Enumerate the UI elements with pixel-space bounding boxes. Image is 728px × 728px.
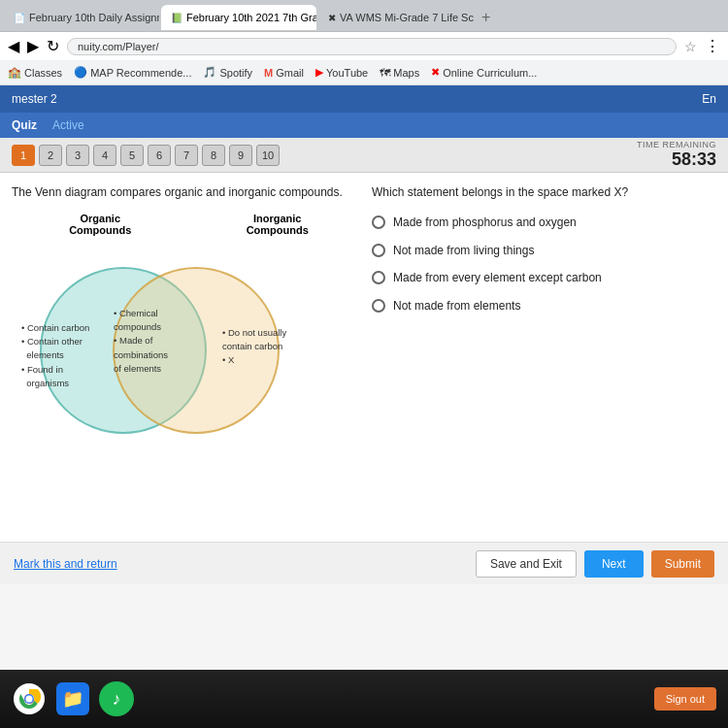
nav-num-7[interactable]: 7 xyxy=(175,145,198,166)
venn-left-text: • Contain carbon • Contain other element… xyxy=(21,321,99,390)
next-button[interactable]: Next xyxy=(584,550,644,578)
refresh-icon[interactable]: ↻ xyxy=(47,37,59,55)
nav-numbers: 1 2 3 4 5 6 7 8 9 10 xyxy=(12,145,280,166)
time-remaining: TIME REMAINING 58:33 xyxy=(637,140,716,170)
radio-b[interactable] xyxy=(372,244,385,257)
answer-choice-b[interactable]: Not made from living things xyxy=(372,243,716,259)
curriculum-icon: ✖ xyxy=(431,66,440,79)
quiz-type-label: Quiz xyxy=(12,118,37,132)
bookmark-gmail[interactable]: M Gmail xyxy=(264,67,304,79)
bottom-buttons: Save and Exit Next Submit xyxy=(476,550,714,578)
left-panel: The Venn diagram compares organic and in… xyxy=(12,184,356,530)
tab3-icon: ✖ xyxy=(328,13,336,23)
quiz-app: mester 2 En Quiz Active 1 2 3 4 5 6 7 8 … xyxy=(0,85,728,670)
tab-3[interactable]: ✖ VA WMS Mi-Grade 7 Life Science... ✕ xyxy=(318,5,474,30)
venn-center-text: • Chemicalcompounds • Made ofcombination… xyxy=(114,307,191,376)
answer-choice-d[interactable]: Not made from elements xyxy=(372,298,716,314)
address-input[interactable] xyxy=(67,38,677,55)
nav-num-3[interactable]: 3 xyxy=(66,145,89,166)
organic-label: OrganicCompounds xyxy=(56,213,144,236)
nav-num-2[interactable]: 2 xyxy=(39,145,62,166)
semester-label: mester 2 xyxy=(12,92,57,106)
maps-icon: 🗺 xyxy=(380,67,390,79)
svg-point-4 xyxy=(26,696,33,703)
venn-diagram: • Contain carbon • Contain other element… xyxy=(12,244,303,467)
back-icon[interactable]: ◀ xyxy=(8,37,19,55)
mark-return-link[interactable]: Mark this and return xyxy=(14,557,117,571)
tab1-icon: 📄 xyxy=(14,13,25,23)
tab-2[interactable]: 📗 February 10th 2021 7th Grade... ✕ xyxy=(161,5,316,30)
tab-bar: 📄 February 10th Daily Assignment ✕ 📗 Feb… xyxy=(0,0,728,31)
chrome-taskbar-icon[interactable] xyxy=(12,681,47,716)
end-label: En xyxy=(702,92,716,106)
question-prompt: Which statement belongs in the space mar… xyxy=(372,184,716,201)
bookmark-youtube[interactable]: ▶ YouTube xyxy=(315,66,368,79)
nav-num-1[interactable]: 1 xyxy=(12,145,35,166)
radio-c[interactable] xyxy=(372,271,385,284)
taskbar-icons: 📁 ♪ xyxy=(12,681,134,716)
bookmarks-bar: 🏫 Classes 🔵 MAP Recommende... 🎵 Spotify … xyxy=(0,60,728,85)
bookmark-maps[interactable]: 🗺 Maps xyxy=(380,67,419,79)
question-area: The Venn diagram compares organic and in… xyxy=(0,173,728,542)
nav-num-8[interactable]: 8 xyxy=(202,145,225,166)
nav-num-5[interactable]: 5 xyxy=(120,145,144,166)
nav-num-4[interactable]: 4 xyxy=(93,145,116,166)
venn-right-text: • Do not usuallycontain carbon • X xyxy=(222,326,295,368)
save-exit-button[interactable]: Save and Exit xyxy=(476,550,577,578)
youtube-icon: ▶ xyxy=(315,66,323,79)
tab2-icon: 📗 xyxy=(171,13,182,23)
choice-b-text: Not made from living things xyxy=(393,243,534,259)
quiz-status-label: Active xyxy=(52,118,84,132)
map-rec-icon: 🔵 xyxy=(74,66,87,79)
new-tab-button[interactable]: + xyxy=(476,9,496,26)
nav-num-10[interactable]: 10 xyxy=(256,145,280,166)
menu-icon[interactable]: ⋮ xyxy=(705,37,720,55)
sign-out-button[interactable]: Sign out xyxy=(654,687,716,711)
bookmark-classes[interactable]: 🏫 Classes xyxy=(8,66,62,79)
nav-num-9[interactable]: 9 xyxy=(229,145,252,166)
radio-a[interactable] xyxy=(372,215,385,229)
files-taskbar-icon[interactable]: 📁 xyxy=(56,682,89,715)
radio-d[interactable] xyxy=(372,299,385,313)
bookmark-spotify[interactable]: 🎵 Spotify xyxy=(203,66,252,79)
answer-choice-c[interactable]: Made from every element except carbon xyxy=(372,270,716,286)
choice-d-text: Not made from elements xyxy=(393,298,520,314)
nav-num-6[interactable]: 6 xyxy=(148,145,171,166)
gmail-icon: M xyxy=(264,67,273,79)
forward-icon[interactable]: ▶ xyxy=(27,37,39,55)
tab-1[interactable]: 📄 February 10th Daily Assignment ✕ xyxy=(4,5,159,30)
choice-a-text: Made from phosphorus and oxygen xyxy=(393,215,577,231)
question-left-text: The Venn diagram compares organic and in… xyxy=(12,184,356,201)
browser-frame: 📄 February 10th Daily Assignment ✕ 📗 Feb… xyxy=(0,0,728,85)
address-bar: ◀ ▶ ↻ ☆ ⋮ xyxy=(0,31,728,60)
bookmark-map[interactable]: 🔵 MAP Recommende... xyxy=(74,66,191,79)
choice-c-text: Made from every element except carbon xyxy=(393,270,602,286)
quiz-subheader: Quiz Active xyxy=(0,113,728,138)
bottom-bar: Mark this and return Save and Exit Next … xyxy=(0,542,728,584)
classes-icon: 🏫 xyxy=(8,66,21,79)
spotify-bookmark-icon: 🎵 xyxy=(203,66,216,79)
quiz-app-header: mester 2 En xyxy=(0,85,728,113)
spotify-taskbar-icon[interactable]: ♪ xyxy=(99,681,134,716)
time-label: TIME REMAINING xyxy=(637,140,716,149)
question-navigation: 1 2 3 4 5 6 7 8 9 10 TIME REMAINING 58:3… xyxy=(0,138,728,173)
answer-choice-a[interactable]: Made from phosphorus and oxygen xyxy=(372,215,716,231)
bookmark-curriculum[interactable]: ✖ Online Curriculum... xyxy=(431,66,537,79)
right-panel: Which statement belongs in the space mar… xyxy=(372,184,716,530)
taskbar: 📁 ♪ Sign out xyxy=(0,670,728,728)
bookmark-icon[interactable]: ☆ xyxy=(684,39,697,54)
time-value: 58:33 xyxy=(637,149,716,170)
submit-button[interactable]: Submit xyxy=(651,550,714,578)
inorganic-label: InorganicCompounds xyxy=(234,213,321,236)
